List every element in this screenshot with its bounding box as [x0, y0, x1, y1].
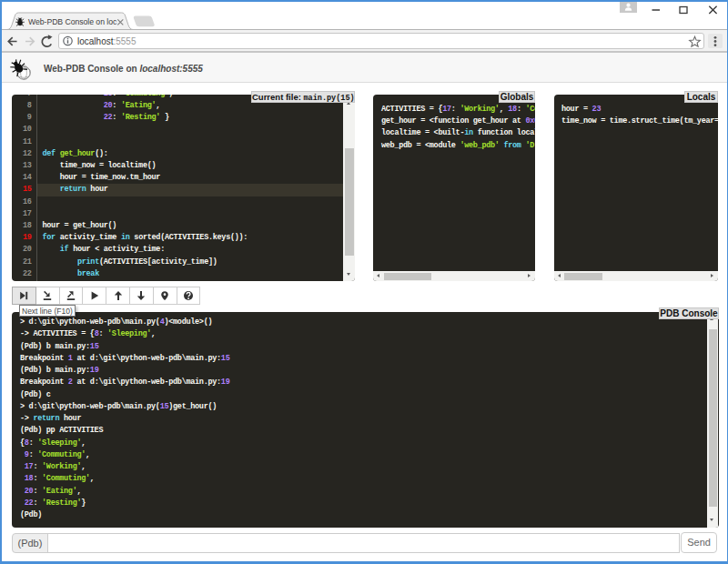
svg-text:Web-PDB Console on loc: Web-PDB Console on loc — [28, 17, 117, 26]
